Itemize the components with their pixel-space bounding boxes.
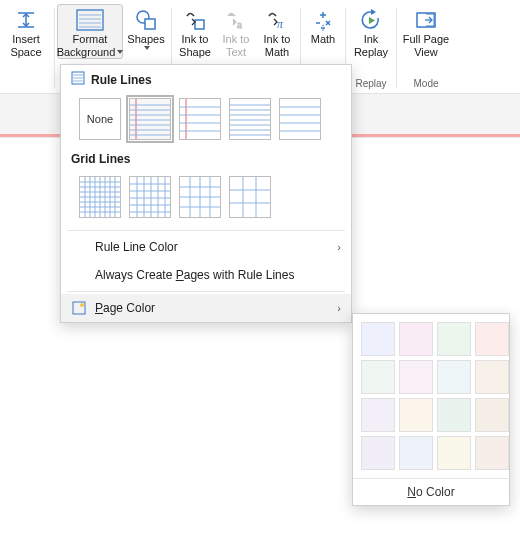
no-color-item[interactable]: No Color xyxy=(353,478,509,505)
rule-lines-section-title: Rule Lines xyxy=(61,65,351,90)
cmd-label: Format xyxy=(73,33,108,46)
page-color-item[interactable]: Page Color › xyxy=(61,294,351,322)
grid-xlarge-swatch[interactable] xyxy=(229,176,271,218)
separator xyxy=(67,291,345,292)
svg-rect-10 xyxy=(195,20,204,29)
menu-item-label: Rule Line Color xyxy=(95,240,178,254)
ink-to-text-icon: a xyxy=(224,8,248,32)
menu-item-label: Page Color xyxy=(95,301,155,315)
cmd-label: Ink toShape xyxy=(179,33,211,58)
page-color-swatch[interactable] xyxy=(399,436,433,470)
separator xyxy=(396,8,397,88)
shapes-button[interactable]: Shapes xyxy=(123,4,169,51)
page-color-swatch[interactable] xyxy=(399,398,433,432)
insert-space-button[interactable]: InsertSpace xyxy=(0,4,52,59)
page-color-swatch[interactable] xyxy=(399,322,433,356)
group-label: Replay xyxy=(355,78,386,89)
menu-item-label: Always Create Pages with Rule Lines xyxy=(95,268,294,282)
svg-marker-21 xyxy=(371,9,376,15)
rule-lines-icon xyxy=(71,71,85,88)
insert-space-icon xyxy=(14,8,38,32)
grid-small-swatch[interactable] xyxy=(79,176,121,218)
ink-to-text-button: a Ink toText xyxy=(216,4,256,59)
cmd-label: Shapes xyxy=(127,33,164,46)
cmd-label: Ink toText xyxy=(223,33,250,58)
rule-none-swatch[interactable]: None xyxy=(79,98,121,140)
page-color-swatch[interactable] xyxy=(437,398,471,432)
chevron-down-icon xyxy=(144,46,150,50)
svg-marker-22 xyxy=(369,17,375,24)
format-background-button[interactable]: Format Background xyxy=(57,4,123,59)
grid-large-swatch[interactable] xyxy=(179,176,221,218)
svg-text:a: a xyxy=(237,18,242,30)
group-label: Mode xyxy=(413,78,438,89)
page-color-swatch[interactable] xyxy=(361,436,395,470)
section-title-text: Rule Lines xyxy=(91,73,152,87)
cmd-label: Math xyxy=(311,33,335,46)
ink-to-shape-icon xyxy=(183,8,207,32)
page-color-swatch[interactable] xyxy=(437,436,471,470)
section-title-text: Grid Lines xyxy=(71,152,130,166)
full-page-view-button[interactable]: Full PageView xyxy=(399,4,453,59)
page-color-swatch[interactable] xyxy=(475,436,509,470)
page-color-swatch[interactable] xyxy=(437,360,471,394)
rule-standard-swatch[interactable] xyxy=(229,98,271,140)
ink-to-math-icon: π xyxy=(265,8,289,32)
full-page-view-icon xyxy=(414,8,438,32)
svg-rect-9 xyxy=(145,19,155,29)
page-color-swatch[interactable] xyxy=(361,360,395,394)
page-color-swatch[interactable] xyxy=(399,360,433,394)
rule-line-color-item[interactable]: Rule Line Color › xyxy=(61,233,351,261)
format-background-icon xyxy=(75,8,105,32)
svg-point-88 xyxy=(80,303,84,307)
math-button[interactable]: Math xyxy=(303,4,343,47)
grid-lines-swatches xyxy=(61,168,351,228)
svg-text:π: π xyxy=(277,17,284,31)
page-color-swatch[interactable] xyxy=(361,322,395,356)
no-color-label: No Color xyxy=(407,485,454,499)
format-background-panel: Rule Lines None Grid Lines xyxy=(60,64,352,323)
ink-to-shape-button[interactable]: Ink toShape xyxy=(174,4,216,59)
page-color-swatch[interactable] xyxy=(475,398,509,432)
cmd-label: Ink toMath xyxy=(264,33,291,58)
group-full-page-view: Full PageView Mode xyxy=(399,4,453,93)
blank-icon xyxy=(71,239,87,255)
always-create-item[interactable]: Always Create Pages with Rule Lines xyxy=(61,261,351,289)
page-color-grid xyxy=(353,314,509,478)
math-icon xyxy=(311,8,335,32)
shapes-icon xyxy=(134,8,158,32)
page-color-swatch[interactable] xyxy=(437,322,471,356)
page-color-swatch[interactable] xyxy=(475,322,509,356)
grid-lines-section-title: Grid Lines xyxy=(61,150,351,168)
rule-lines-swatches: None xyxy=(61,90,351,150)
page-color-icon xyxy=(71,300,87,316)
separator xyxy=(67,230,345,231)
cmd-label: Full PageView xyxy=(403,33,449,58)
ink-to-math-button[interactable]: π Ink toMath xyxy=(256,4,298,59)
rule-wide-swatch[interactable] xyxy=(279,98,321,140)
rule-college-swatch[interactable] xyxy=(179,98,221,140)
svg-point-19 xyxy=(322,25,324,27)
rule-narrow-swatch[interactable] xyxy=(129,98,171,140)
ink-replay-icon xyxy=(359,8,383,32)
chevron-right-icon: › xyxy=(337,302,341,314)
ink-replay-button[interactable]: InkReplay xyxy=(348,4,394,59)
cmd-label: Background xyxy=(57,46,124,59)
svg-point-20 xyxy=(322,29,324,31)
page-color-swatch[interactable] xyxy=(361,398,395,432)
chevron-right-icon: › xyxy=(337,241,341,253)
page-color-flyout: No Color xyxy=(352,313,510,506)
cmd-label: InsertSpace xyxy=(10,33,41,58)
grid-medium-swatch[interactable] xyxy=(129,176,171,218)
group-insert-space: InsertSpace xyxy=(0,4,52,93)
cmd-label: InkReplay xyxy=(354,33,388,58)
page-color-swatch[interactable] xyxy=(475,360,509,394)
group-ink-replay: InkReplay Replay xyxy=(348,4,394,93)
blank-icon xyxy=(71,267,87,283)
separator xyxy=(54,8,55,88)
